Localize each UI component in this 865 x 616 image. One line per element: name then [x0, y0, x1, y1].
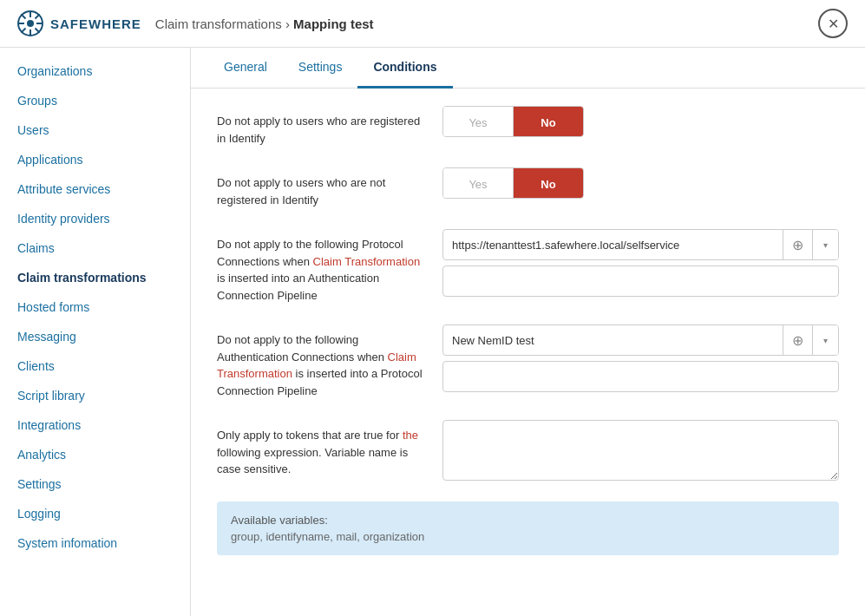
sidebar-item-applications[interactable]: Applications [0, 145, 190, 174]
logo-icon [17, 10, 43, 36]
sidebar-item-clients[interactable]: Clients [0, 351, 190, 381]
condition-right-4: New NemID test ⊕ ▾ [442, 324, 839, 392]
variables-values: group, identifyname, mail, organization [231, 530, 825, 543]
dropdown-arrow-button-4[interactable]: ▾ [812, 324, 838, 356]
dropdown-add-button-4[interactable]: ⊕ [783, 324, 812, 356]
logo-text: SAFEWHERE [50, 16, 141, 31]
main-content: General Settings Conditions Do not apply… [191, 48, 865, 616]
yes-no-group-1: Yes No [442, 106, 584, 137]
dropdown-3: https://tenanttest1.safewhere.local/self… [442, 229, 839, 260]
condition-row-1: Do not apply to users who are registered… [217, 106, 839, 147]
conditions-content: Do not apply to users who are registered… [191, 88, 865, 573]
variables-box: Available variables: group, identifyname… [217, 501, 839, 555]
sidebar-item-claim-transformations[interactable]: Claim transformations [0, 263, 190, 292]
yes-button-2[interactable]: Yes [443, 168, 513, 199]
tab-bar: General Settings Conditions [191, 48, 865, 88]
condition-row-3: Do not apply to the following Protocol C… [217, 229, 839, 304]
svg-line-8 [36, 14, 40, 18]
svg-line-7 [36, 29, 40, 33]
no-button-1[interactable]: No [514, 107, 583, 137]
breadcrumb-separator: › [285, 16, 293, 31]
sidebar-item-hosted-forms[interactable]: Hosted forms [0, 292, 190, 322]
sidebar-item-script-library[interactable]: Script library [0, 381, 190, 410]
yes-no-group-2: Yes No [442, 167, 584, 199]
svg-line-6 [21, 14, 25, 18]
condition-row-2: Do not apply to users who are not regist… [217, 167, 839, 208]
dropdown-value-3: https://tenanttest1.safewhere.local/self… [443, 239, 783, 252]
breadcrumb-current: Mapping test [293, 16, 374, 31]
condition-label-1: Do not apply to users who are registered… [217, 106, 425, 147]
no-button-2[interactable]: No [514, 168, 583, 199]
sidebar-item-integrations[interactable]: Integrations [0, 410, 190, 440]
condition-row-4: Do not apply to the following Authentica… [217, 324, 839, 399]
sidebar-item-settings[interactable]: Settings [0, 469, 190, 499]
sidebar-item-messaging[interactable]: Messaging [0, 322, 190, 351]
dropdown-extra-3[interactable] [442, 265, 839, 297]
layout: Organizations Groups Users Applications … [0, 48, 865, 616]
dropdown-4: New NemID test ⊕ ▾ [442, 324, 839, 356]
logo: SAFEWHERE [17, 10, 141, 36]
sidebar-item-logging[interactable]: Logging [0, 499, 190, 528]
sidebar-item-attribute-services[interactable]: Attribute services [0, 174, 190, 204]
variables-label: Available variables: [231, 514, 825, 527]
svg-point-1 [27, 20, 34, 27]
sidebar-item-identity-providers[interactable]: Identity providers [0, 204, 190, 233]
condition-label-4: Do not apply to the following Authentica… [217, 324, 425, 399]
condition-label-5-highlight: the [403, 429, 418, 442]
condition-label-5: Only apply to tokens that are true for t… [217, 420, 425, 478]
condition-row-5: Only apply to tokens that are true for t… [217, 420, 839, 481]
tab-settings[interactable]: Settings [283, 48, 358, 88]
condition-right-3: https://tenanttest1.safewhere.local/self… [442, 229, 839, 297]
tab-conditions[interactable]: Conditions [357, 48, 452, 88]
dropdown-value-4: New NemID test [443, 334, 783, 347]
yes-button-1[interactable]: Yes [443, 107, 513, 137]
sidebar-item-organizations[interactable]: Organizations [0, 56, 190, 86]
close-button[interactable]: ✕ [818, 9, 848, 38]
sidebar-item-system-information[interactable]: System infomation [0, 528, 190, 558]
tab-general[interactable]: General [208, 48, 283, 88]
breadcrumb-parent: Claim transformations [155, 16, 282, 31]
sidebar-item-analytics[interactable]: Analytics [0, 440, 190, 469]
condition-label-3: Do not apply to the following Protocol C… [217, 229, 425, 304]
dropdown-arrow-button-3[interactable]: ▾ [812, 229, 838, 260]
svg-line-9 [21, 29, 25, 33]
condition-label-2: Do not apply to users who are not regist… [217, 167, 425, 208]
header: SAFEWHERE Claim transformations › Mappin… [0, 0, 865, 48]
condition-label-3-highlight: Claim Transformation [313, 255, 421, 268]
sidebar-item-groups[interactable]: Groups [0, 86, 190, 115]
expression-textarea[interactable] [442, 420, 839, 481]
sidebar: Organizations Groups Users Applications … [0, 48, 191, 616]
dropdown-add-button-3[interactable]: ⊕ [783, 229, 812, 260]
breadcrumb: Claim transformations › Mapping test [155, 16, 374, 31]
sidebar-item-users[interactable]: Users [0, 115, 190, 145]
sidebar-item-claims[interactable]: Claims [0, 233, 190, 263]
header-left: SAFEWHERE Claim transformations › Mappin… [17, 10, 374, 36]
dropdown-extra-4[interactable] [442, 361, 839, 392]
